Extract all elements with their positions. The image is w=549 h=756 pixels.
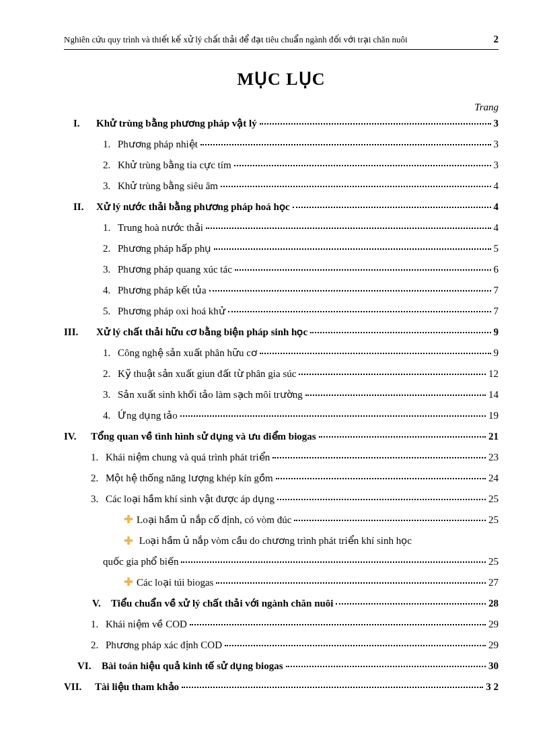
toc-item: 2.Phương pháp hấp phụ5 xyxy=(64,242,499,254)
toc-item: 2.Phương pháp xác định COD29 xyxy=(64,639,499,651)
toc-item: 2.Khử trùng bằng tia cực tím3 xyxy=(64,159,499,171)
page-title: MỤC LỤC xyxy=(64,69,499,90)
toc-leader xyxy=(260,123,491,125)
toc-item: 5.Phương pháp oxi hoá khử7 xyxy=(64,305,499,317)
svg-rect-7 xyxy=(125,540,133,541)
bullet-plus-icon xyxy=(124,537,133,545)
toc-num: I. xyxy=(73,118,96,129)
page-column-label: Trang xyxy=(64,102,499,113)
toc-section-2: II. Xử lý nước thải bằng phương pháp hoá… xyxy=(64,201,499,213)
toc-item: 4.Ứng dụng tảo19 xyxy=(64,409,499,421)
toc-item: 1.Trung hoà nước thải4 xyxy=(64,221,499,234)
svg-rect-11 xyxy=(125,581,133,582)
toc-bullet-item-wrapped: Loại hầm ủ nắp vòm cầu do chương trình p… xyxy=(64,535,499,547)
header-page-number: 2 xyxy=(494,34,499,45)
table-of-contents: I. Khử trùng bằng phương pháp vật lý 3 1… xyxy=(64,117,499,693)
bullet-plus-icon xyxy=(124,578,133,586)
toc-item: 3.Phương pháp quang xúc tác6 xyxy=(64,263,499,275)
toc-section-6: VI. Bài toán hiệu quả kinh tế sử dụng bi… xyxy=(64,660,499,672)
toc-item: 1.Khái niệm chung và quá trình phát triể… xyxy=(64,451,499,463)
toc-section-1: I. Khử trùng bằng phương pháp vật lý 3 xyxy=(64,117,499,129)
svg-rect-3 xyxy=(125,518,133,520)
page: Nghiên cứu quy trình và thiết kế xử lý c… xyxy=(0,0,549,728)
toc-item: 1.Khái niệm về COD29 xyxy=(64,618,499,630)
toc-item: 4.Phương pháp kết tủa7 xyxy=(64,284,499,296)
toc-text: Khử trùng bằng phương pháp vật lý xyxy=(96,117,257,129)
toc-page: 3 xyxy=(494,118,499,129)
toc-item: 3.Khử trùng bằng siêu âm4 xyxy=(64,180,499,192)
toc-bullet-continuation: quốc gia phổ biến 25 xyxy=(64,555,499,568)
page-header: Nghiên cứu quy trình và thiết kế xử lý c… xyxy=(64,34,499,45)
toc-item: 1.Công nghệ sản xuất phân hữu cơ9 xyxy=(64,347,499,359)
toc-section-5: V. Tiểu chuẩn về xử lý chất thải với ngà… xyxy=(64,597,499,609)
toc-section-7: VII. Tài liệu tham khảo 3 2 xyxy=(64,681,499,693)
header-rule xyxy=(64,49,499,50)
header-text: Nghiên cứu quy trình và thiết kế xử lý c… xyxy=(64,34,488,45)
toc-item: 1.Phương pháp nhiệt3 xyxy=(64,138,499,150)
toc-section-3: III. Xử lý chất thải hữu cơ bằng biện ph… xyxy=(64,326,499,338)
toc-bullet-item: Các loại túi biogas 27 xyxy=(64,576,499,588)
toc-bullet-item: Loại hầm ủ nắp cố định, có vòm đúc 25 xyxy=(64,514,499,526)
toc-item: 3.Các loại hầm khí sinh vật được áp dụng… xyxy=(64,493,499,505)
toc-item: 3.Sản xuất sinh khối tảo làm sạch môi tr… xyxy=(64,388,499,401)
bullet-plus-icon xyxy=(124,515,133,523)
toc-item: 2.Một hệ thống năng lượng khép kín gồm24 xyxy=(64,472,499,484)
toc-section-4: IV. Tổng quan về tình hình sử dụng và ưu… xyxy=(64,430,499,442)
toc-item: 2.Kỹ thuật sản xuất giun đất từ phân gia… xyxy=(64,368,499,380)
